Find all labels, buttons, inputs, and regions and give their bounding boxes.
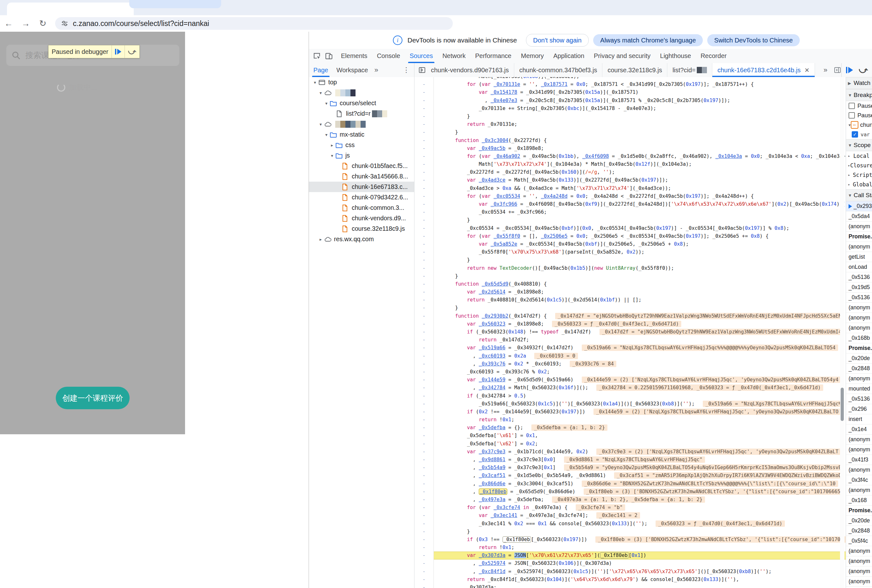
code-text[interactable]: , _0xc84f1d = _0x525974[_0x560323(0x1c5)… [434, 568, 846, 576]
call-stack-frame[interactable]: (anonym [846, 485, 872, 495]
scrollbar-thumb[interactable] [841, 388, 844, 421]
code-line[interactable]: - return !0x1; [415, 416, 846, 424]
tree-item[interactable]: ▾ [309, 87, 414, 98]
call-stack-frame[interactable]: _0x168 [846, 495, 872, 506]
inspect-element-icon[interactable] [313, 52, 321, 60]
breakpoint-gutter[interactable]: - [415, 256, 434, 264]
code-line[interactable]: - var _0x3ec141 = _0x497e3a[_0x3cfe74];_… [415, 512, 846, 519]
section-call-stack[interactable]: ▼Call Stack [846, 189, 872, 201]
code-line[interactable]: - , _0x393c76 = 0x2 * _0xc60193;_0x393c7… [415, 360, 846, 368]
call-stack-frame[interactable]: Promise.then [846, 506, 872, 516]
tree-item-course-32e118c9-js[interactable]: course.32e118c9.js [309, 224, 414, 234]
breakpoint-gutter[interactable]: - [415, 480, 434, 488]
breakpoint-gutter[interactable]: - [415, 296, 434, 304]
call-stack-frame[interactable]: _0x5136 [846, 272, 872, 282]
code-line[interactable]: - if (_0x342784 > 0.5) [415, 392, 846, 400]
address-bar[interactable]: c.zanao.com/course/select/list?cid=nanka… [55, 17, 453, 30]
call-stack-frame[interactable]: _0x20de [846, 353, 872, 364]
call-stack-frame[interactable]: (anonym [846, 567, 872, 577]
file-tab[interactable]: chunk-common.347b0ef3.js [514, 63, 603, 77]
breakpoint-gutter[interactable]: - [415, 576, 434, 584]
tree-item-chunk-01b5faec-f5---[interactable]: chunk-01b5faec.f5... [309, 161, 414, 171]
device-toolbar-icon[interactable] [325, 52, 333, 60]
code-text[interactable]: } [434, 216, 846, 224]
code-text[interactable]: , _0x342784 = Math[_0x560323(0x16f)]();_… [434, 384, 846, 392]
tree-item-chunk-common-3---[interactable]: chunk-common.3... [309, 202, 414, 213]
code-text[interactable]: if (0x2 !== _0x144e59[_0x560323(0x197)])… [434, 408, 846, 416]
breakpoint-file-group[interactable]: ▾‹›chunk-16e67183.c2d16e4b.js [846, 120, 872, 130]
code-editor[interactable]: - Math[_0x2b7305(0x168)](_0x1d8621);- fo… [415, 77, 846, 588]
code-text[interactable]: _0x5defba['\x62'] = 0x2; [434, 440, 846, 448]
tree-item-chunk-16e67183-c---[interactable]: chunk-16e67183.c... [309, 182, 414, 192]
code-line[interactable]: - } [415, 256, 846, 264]
section-watch[interactable]: ▶Watch [846, 77, 872, 89]
breakpoint-gutter[interactable]: - [415, 232, 434, 240]
code-line[interactable]: - function _0x3c3004(_0x2272fd) { [415, 136, 846, 144]
code-text[interactable]: var _0x144e59 = _0x65d5d9(_0x519a66)_0x1… [434, 376, 846, 384]
back-button[interactable]: ← [0, 19, 17, 28]
code-text[interactable]: _0x4ad3ce > 0xa && (_0x4ad3ce = Math['\x… [434, 184, 846, 192]
tab-page[interactable]: Page [310, 63, 332, 77]
breakpoint-gutter[interactable]: - [415, 528, 434, 536]
code-line[interactable]: - for (var _0x3cfe74 in _0x497e3a) {_0x3… [415, 504, 846, 512]
scope-script[interactable]: ▸Script [846, 170, 872, 180]
call-stack-frame[interactable]: (anonym [846, 242, 872, 252]
code-line[interactable]: - var _0x2d5614 = _0x1898e8; [415, 288, 846, 296]
call-stack-frame[interactable]: (anonym [846, 435, 872, 445]
chevron-down-icon[interactable]: ▾ [318, 90, 324, 95]
breakpoint-gutter[interactable]: - [415, 176, 434, 184]
tree-item-chunk-3a145666-8---[interactable]: chunk-3a145666.8... [309, 171, 414, 182]
code-line[interactable]: - , _0x5b54a9 = _0x37c9e3[0x1]_0x5b54a9 … [415, 464, 846, 472]
code-text[interactable]: return !0x1; [434, 416, 846, 424]
switch-to-chinese-button[interactable]: Switch DevTools to Chinese [707, 34, 800, 46]
forward-button[interactable]: → [17, 19, 34, 28]
chevron-right-icon[interactable]: ▸ [318, 237, 324, 242]
chevron-down-icon[interactable]: ▾ [324, 101, 329, 106]
code-line[interactable]: - _0x519a66[_0x560323(0x1c5)]('')[_0x560… [415, 400, 846, 408]
code-text[interactable]: var _0x49ac5b = _0x1898e8; [434, 144, 846, 153]
code-line[interactable]: - , _0x497e3a = _0x5defba;_0x497e3a = {a… [415, 496, 846, 504]
code-text[interactable]: var _0x3ec141 = _0x497e3a[_0x3cfe74];_0x… [434, 512, 846, 519]
code-text[interactable]: , _0x393c76 = 0x2 * _0xc60193;_0x393c76 … [434, 360, 846, 368]
breakpoint-gutter[interactable]: - [415, 560, 434, 567]
code-line[interactable]: - , _0xc84f1d = _0x525974[_0x560323(0x1c… [415, 568, 846, 576]
code-text[interactable]: var _0x560323 = _0x1898e8;_0x560323 = ƒ … [434, 320, 846, 328]
breakpoint-gutter[interactable]: - [415, 160, 434, 168]
call-stack-frame[interactable]: _0x1e4 [846, 424, 872, 435]
call-stack-frame[interactable]: (anonym [846, 465, 872, 475]
call-stack-frame[interactable]: (anonym [846, 323, 872, 333]
code-text[interactable]: function _0x3c3004(_0x2272fd) { [434, 136, 846, 144]
breakpoint-gutter[interactable]: - [415, 584, 434, 588]
breakpoint-gutter[interactable]: - [415, 400, 434, 408]
call-stack-frame[interactable]: _0x2930 [846, 201, 872, 212]
call-stack-frame[interactable]: _0x19d5 [846, 282, 872, 292]
code-line[interactable]: - var _0x519a66 = _0x34932f(_0x147d2f)_0… [415, 344, 846, 352]
tab-recorder[interactable]: Recorder [696, 49, 731, 63]
code-text[interactable]: for (var _0x55f8f0 = [], _0x2506e5 = 0x0… [434, 232, 846, 240]
code-line[interactable]: - function _0x2930b2(_0x147d2f) {_0x147d… [415, 312, 846, 320]
file-tab[interactable]: chunk-16e67183.c2d16e4b.js✕ [712, 63, 815, 77]
code-text[interactable]: } [434, 272, 846, 280]
chevron-right-icon[interactable]: ▸ [848, 173, 853, 177]
code-line[interactable]: - return _0x70131e; [415, 120, 846, 128]
code-text[interactable]: var _0x3fc966 = _0x4f6098[_0x49ac5b(0xf9… [434, 200, 846, 208]
code-text[interactable]: , _0x866d6e = _0x3c3004(_0x3caf51)_0x866… [434, 480, 846, 488]
breakpoint-gutter[interactable]: - [415, 97, 434, 105]
call-stack-frame[interactable]: _0x168b [846, 333, 872, 343]
breakpoint-gutter[interactable]: - [415, 360, 434, 368]
code-text[interactable]: _0xc05534 += _0x3fc966; [434, 208, 846, 216]
tab-memory[interactable]: Memory [516, 49, 548, 63]
code-text[interactable]: , _0x525974 = JSON[_0x560323(0x106)](_0x… [434, 560, 846, 567]
code-text[interactable]: _0x519a66[_0x560323(0x1c5)]('')[_0x56032… [434, 400, 846, 408]
tree-item-top[interactable]: ▾top [309, 77, 414, 87]
code-line[interactable]: - } [415, 528, 846, 536]
code-text[interactable]: var _0x37c9e3 = _0x1b71cd(_0x144e59, 0x2… [434, 448, 846, 456]
breakpoint-gutter[interactable]: - [415, 192, 434, 200]
code-line[interactable]: - for (var _0xc05534 = '', _0x4a248d = 0… [415, 192, 846, 200]
breakpoint-gutter[interactable]: - [415, 368, 434, 376]
code-text[interactable]: , _0x5b54a9 = _0x37c9e3[0x1]_0x5b54a9 = … [434, 464, 846, 472]
breakpoint-gutter[interactable]: - [415, 440, 434, 448]
more-editor-tabs-icon[interactable]: » [821, 66, 830, 74]
code-line[interactable]: - } [415, 112, 846, 120]
breakpoint-gutter[interactable]: - [415, 112, 434, 120]
